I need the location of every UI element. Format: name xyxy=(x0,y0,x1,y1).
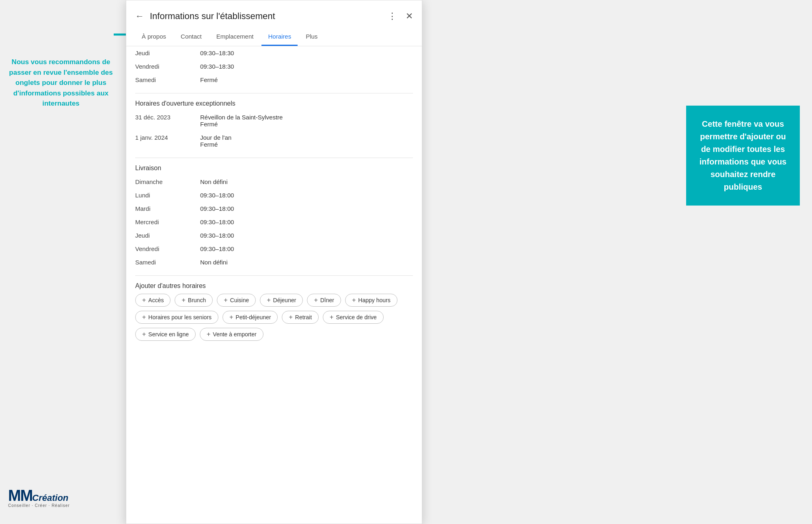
chip-vente-emporter[interactable]: + Vente à emporter xyxy=(200,328,263,341)
plus-icon: + xyxy=(207,331,210,338)
logo-block: MM Création Conseiller · Créer · Réalise… xyxy=(8,488,70,508)
chip-label: Déjeuner xyxy=(273,297,296,303)
plus-icon: + xyxy=(330,314,333,320)
section-divider xyxy=(135,158,413,158)
chip-label: Horaires pour les seniors xyxy=(148,314,212,320)
exceptional-event: Jour de l'an xyxy=(200,134,231,141)
close-icon[interactable]: ✕ xyxy=(406,11,413,22)
chip-cuisine[interactable]: + Cuisine xyxy=(217,294,256,307)
tabs-bar: À propos Contact Emplacement Horaires Pl… xyxy=(126,29,422,46)
logo-area: MM Création Conseiller · Créer · Réalise… xyxy=(8,488,70,508)
chip-label: Service en ligne xyxy=(148,331,189,338)
chip-label: Service de drive xyxy=(336,314,376,320)
day-label: Jeudi xyxy=(135,50,200,56)
plus-icon: + xyxy=(267,297,270,303)
plus-icon: + xyxy=(181,297,185,303)
exceptional-row: 31 déc. 2023 Réveillon de la Saint-Sylve… xyxy=(135,110,413,131)
chip-label: Dîner xyxy=(320,297,334,303)
section-exceptional-title: Horaires d'ouverture exceptionnels xyxy=(135,100,413,107)
section-other-title: Ajouter d'autres horaires xyxy=(135,282,413,290)
chips-container: + Accès + Brunch + Cuisine + Déjeuner + xyxy=(135,294,413,341)
chip-happy-hours[interactable]: + Happy hours xyxy=(345,294,397,307)
chip-service-ligne[interactable]: + Service en ligne xyxy=(135,328,196,341)
exceptional-row: 1 janv. 2024 Jour de l'an Fermé xyxy=(135,131,413,151)
chip-acces[interactable]: + Accès xyxy=(135,294,171,307)
time-label: 09:30–18:00 xyxy=(200,205,234,212)
day-label: Dimanche xyxy=(135,178,200,185)
time-label: Non défini xyxy=(200,259,228,266)
schedule-row: Jeudi 09:30–18:30 xyxy=(135,46,413,60)
plus-icon: + xyxy=(142,297,146,303)
more-options-icon[interactable]: ⋮ xyxy=(388,11,397,22)
livraison-row: Dimanche Non défini xyxy=(135,175,413,188)
livraison-row: Samedi Non défini xyxy=(135,256,413,269)
exceptional-status: Fermé xyxy=(200,121,218,128)
section-divider xyxy=(135,93,413,93)
chip-label: Accès xyxy=(148,297,164,303)
livraison-row: Jeudi 09:30–18:00 xyxy=(135,229,413,242)
exceptional-detail: Jour de l'an Fermé xyxy=(200,134,231,148)
day-label: Mardi xyxy=(135,205,200,212)
plus-icon: + xyxy=(352,297,356,303)
chip-label: Brunch xyxy=(188,297,206,303)
section-divider xyxy=(135,275,413,276)
tab-horaires[interactable]: Horaires xyxy=(261,29,298,46)
chip-retrait[interactable]: + Retrait xyxy=(282,311,319,324)
back-icon[interactable]: ← xyxy=(135,11,144,22)
logo-mm: MM xyxy=(8,488,32,503)
plus-icon: + xyxy=(142,331,146,338)
time-label: 09:30–18:00 xyxy=(200,232,234,239)
plus-icon: + xyxy=(224,297,227,303)
time-label: 09:30–18:30 xyxy=(200,50,234,56)
dialog-header: ← Informations sur l'établissement ⋮ ✕ xyxy=(126,0,422,25)
chip-label: Cuisine xyxy=(230,297,249,303)
right-annotation-text: Cette fenêtre va vous permettre d'ajoute… xyxy=(700,119,786,191)
plus-icon: + xyxy=(289,314,292,320)
chip-label: Vente à emporter xyxy=(213,331,256,338)
dialog-body[interactable]: Jeudi 09:30–18:30 Vendredi 09:30–18:30 S… xyxy=(126,46,422,524)
day-label: Mercredi xyxy=(135,219,200,225)
chip-label: Retrait xyxy=(295,314,312,320)
time-label: 09:30–18:00 xyxy=(200,219,234,225)
section-livraison-title: Livraison xyxy=(135,165,413,172)
page-wrapper: Nous vous recommandons de passer en revu… xyxy=(0,0,812,524)
chip-service-drive[interactable]: + Service de drive xyxy=(323,311,384,324)
tab-emplacement[interactable]: Emplacement xyxy=(210,29,260,46)
logo-creation: Création xyxy=(32,493,68,503)
dialog: ← Informations sur l'établissement ⋮ ✕ À… xyxy=(126,0,422,524)
day-label: Vendredi xyxy=(135,63,200,70)
chip-dejeuner[interactable]: + Déjeuner xyxy=(260,294,303,307)
chip-petit-dejeuner[interactable]: + Petit-déjeuner xyxy=(222,311,278,324)
tab-contact[interactable]: Contact xyxy=(174,29,208,46)
day-label: Lundi xyxy=(135,192,200,199)
day-label: Jeudi xyxy=(135,232,200,239)
time-label: Non défini xyxy=(200,178,228,185)
time-label: 09:30–18:00 xyxy=(200,192,234,199)
plus-icon: + xyxy=(142,314,146,320)
chip-brunch[interactable]: + Brunch xyxy=(175,294,213,307)
livraison-row: Vendredi 09:30–18:00 xyxy=(135,242,413,256)
time-label: Fermé xyxy=(200,76,218,83)
livraison-row: Mercredi 09:30–18:00 xyxy=(135,215,413,229)
right-annotation: Cette fenêtre va vous permettre d'ajoute… xyxy=(686,106,800,206)
schedule-row: Vendredi 09:30–18:30 xyxy=(135,60,413,73)
schedule-row: Samedi Fermé xyxy=(135,73,413,87)
chip-diner[interactable]: + Dîner xyxy=(307,294,341,307)
tab-plus[interactable]: Plus xyxy=(299,29,324,46)
logo-line1: MM Création xyxy=(8,488,70,503)
day-label: Samedi xyxy=(135,76,200,83)
logo-tagline: Conseiller · Créer · Réaliser xyxy=(8,503,70,508)
exceptional-status: Fermé xyxy=(200,141,218,148)
dialog-title: Informations sur l'établissement xyxy=(150,11,382,22)
livraison-row: Mardi 09:30–18:00 xyxy=(135,202,413,215)
plus-icon: + xyxy=(229,314,233,320)
exceptional-date: 1 janv. 2024 xyxy=(135,134,200,141)
chip-label: Petit-déjeuner xyxy=(235,314,271,320)
chip-horaires-seniors[interactable]: + Horaires pour les seniors xyxy=(135,311,218,324)
left-annotation-text: Nous vous recommandons de passer en revu… xyxy=(9,58,112,107)
tab-apropos[interactable]: À propos xyxy=(135,29,173,46)
exceptional-date: 31 déc. 2023 xyxy=(135,114,200,121)
day-label: Samedi xyxy=(135,259,200,266)
livraison-row: Lundi 09:30–18:00 xyxy=(135,188,413,202)
time-label: 09:30–18:30 xyxy=(200,63,234,70)
